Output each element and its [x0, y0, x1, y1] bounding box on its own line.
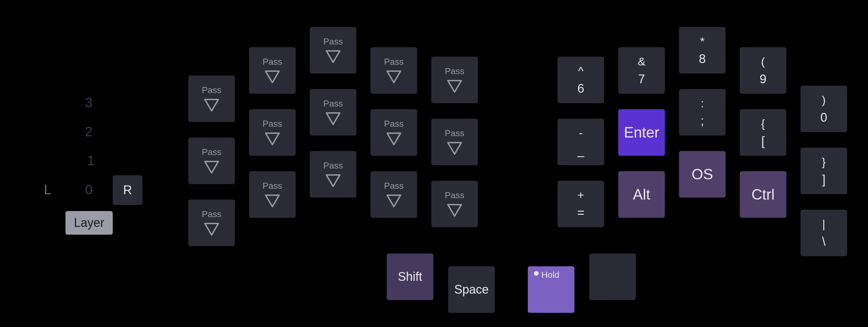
pass-label: Pass [323, 98, 343, 109]
key-8-base: 8 [699, 53, 706, 65]
pass-label: Pass [445, 190, 464, 201]
pass-label: Pass [323, 36, 343, 47]
layer-number-2[interactable]: 2 [85, 124, 92, 139]
key-enter-label: Enter [624, 124, 659, 141]
key-7[interactable]: & 7 [618, 47, 665, 94]
layer-number-1[interactable]: 1 [87, 153, 94, 168]
side-right-button[interactable]: R [113, 175, 142, 205]
layer-number-3[interactable]: 3 [85, 95, 92, 110]
side-left-label[interactable]: L [44, 182, 51, 197]
key-backslash-base: \ [822, 236, 825, 248]
key-equal-shift: + [577, 189, 584, 201]
key-right-bracket-base: ] [822, 174, 825, 186]
key-left-bracket-base: [ [761, 135, 765, 147]
key-8[interactable]: * 8 [679, 27, 726, 73]
pass-label: Pass [263, 181, 282, 191]
key-right-bracket[interactable]: } ] [801, 148, 847, 194]
pass-label: Pass [202, 147, 221, 157]
hold-indicator-icon [534, 271, 539, 276]
transparent-icon [264, 131, 281, 147]
key-left-c1-r2[interactable]: Pass [188, 138, 235, 184]
key-alt-label: Alt [633, 186, 650, 203]
key-8-shift: * [700, 35, 704, 47]
key-left-c2-r2[interactable]: Pass [249, 109, 296, 156]
key-6[interactable]: ^ 6 [558, 57, 604, 103]
pass-label: Pass [445, 66, 464, 77]
key-os[interactable]: OS [679, 151, 726, 198]
key-0-shift: ) [822, 94, 825, 106]
transparent-icon [385, 69, 403, 85]
key-6-shift: ^ [578, 65, 584, 77]
key-left-c4-r2[interactable]: Pass [371, 109, 417, 156]
key-left-c2-r1[interactable]: Pass [249, 47, 296, 94]
key-equal[interactable]: + = [558, 181, 604, 227]
transparent-icon [324, 111, 342, 126]
transparent-icon [264, 69, 281, 85]
key-shift[interactable]: Shift [387, 254, 433, 300]
pass-label: Pass [384, 57, 404, 67]
key-ctrl[interactable]: Ctrl [740, 171, 786, 218]
key-0-base: 0 [820, 112, 827, 124]
key-os-label: OS [691, 166, 713, 183]
pass-label: Pass [384, 181, 404, 191]
key-enter[interactable]: Enter [618, 109, 665, 156]
transparent-icon [203, 221, 220, 237]
key-7-shift: & [638, 56, 646, 67]
transparent-icon [264, 193, 281, 209]
key-left-c5-r3[interactable]: Pass [431, 181, 478, 227]
key-9-base: 9 [760, 73, 766, 85]
key-equal-base: = [577, 207, 584, 219]
key-left-c5-r2[interactable]: Pass [431, 119, 478, 165]
key-space-label: Space [454, 283, 489, 297]
transparent-icon [203, 159, 220, 175]
transparent-icon [446, 79, 463, 94]
pass-label: Pass [323, 160, 343, 171]
transparent-icon [385, 131, 403, 147]
key-9[interactable]: ( 9 [740, 47, 786, 94]
key-alt[interactable]: Alt [618, 171, 665, 218]
pass-label: Pass [202, 209, 221, 219]
pass-label: Pass [445, 128, 464, 139]
pass-label: Pass [263, 119, 282, 129]
layer-button[interactable]: Layer [65, 211, 113, 235]
key-semicolon-base: ; [701, 115, 704, 127]
key-semicolon-shift: : [701, 97, 704, 109]
key-right-bracket-shift: } [822, 156, 825, 168]
transparent-icon [324, 49, 342, 64]
key-left-c3-r3[interactable]: Pass [310, 151, 356, 198]
key-ctrl-label: Ctrl [752, 186, 775, 203]
transparent-icon [446, 141, 463, 156]
side-right-label: R [123, 183, 132, 197]
key-shift-label: Shift [398, 270, 422, 284]
transparent-icon [446, 203, 463, 218]
key-minus-shift: - [579, 127, 582, 139]
key-left-c1-r1[interactable]: Pass [188, 76, 235, 122]
key-left-c3-r1[interactable]: Pass [310, 27, 356, 73]
transparent-icon [385, 193, 403, 209]
pass-label: Pass [384, 119, 404, 129]
key-semicolon[interactable]: : ; [679, 89, 726, 136]
key-minus[interactable]: - _ [558, 119, 604, 165]
key-left-bracket[interactable]: { [ [740, 109, 786, 156]
key-left-c4-r3[interactable]: Pass [371, 171, 417, 218]
key-0[interactable]: ) 0 [801, 86, 847, 132]
key-backslash[interactable]: | \ [801, 210, 847, 256]
key-minus-base: _ [577, 145, 584, 157]
key-7-base: 7 [638, 73, 645, 85]
key-backslash-shift: | [822, 218, 825, 230]
key-hold-label: Hold [541, 270, 559, 280]
transparent-icon [203, 97, 220, 113]
keyboard-layout: 3 2 1 0 L R Layer Pass Pass Pass Pass Pa… [0, 0, 868, 327]
key-9-shift: ( [761, 56, 765, 67]
key-6-base: 6 [577, 83, 584, 95]
key-thumb-blank[interactable] [589, 254, 636, 300]
key-left-c4-r1[interactable]: Pass [371, 47, 417, 94]
key-left-c3-r2[interactable]: Pass [310, 89, 356, 136]
layer-number-0[interactable]: 0 [85, 182, 92, 197]
key-left-c5-r1[interactable]: Pass [431, 57, 478, 103]
pass-label: Pass [202, 85, 221, 95]
key-space[interactable]: Space [448, 266, 495, 313]
key-hold[interactable]: Hold [528, 266, 574, 313]
key-left-c2-r3[interactable]: Pass [249, 171, 296, 218]
key-left-c1-r3[interactable]: Pass [188, 200, 235, 246]
